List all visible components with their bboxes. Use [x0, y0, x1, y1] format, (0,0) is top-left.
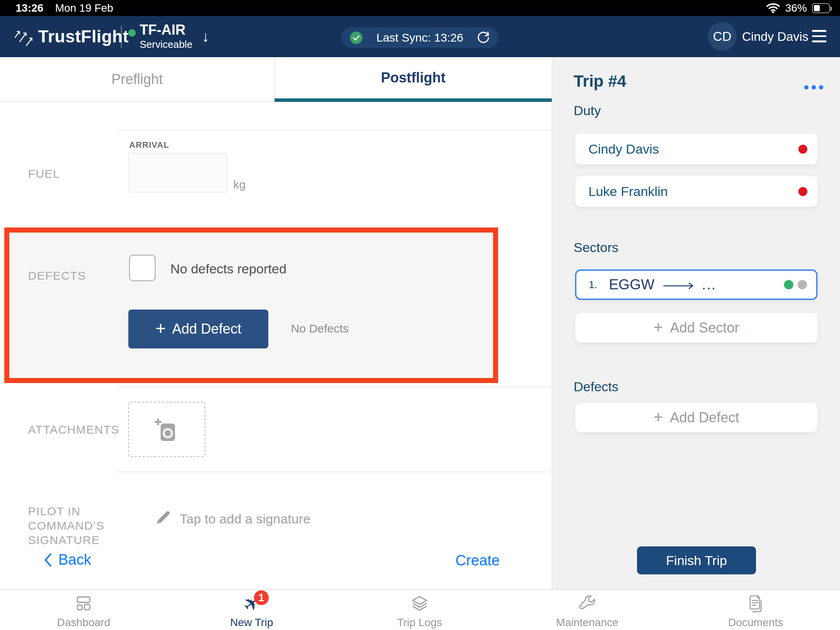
- sectors-heading: Sectors: [574, 240, 618, 255]
- no-defects-empty-text: No Defects: [291, 322, 348, 335]
- sync-status-pill[interactable]: Last Sync: 13:26: [341, 27, 499, 48]
- plus-icon: +: [653, 408, 663, 427]
- header-divider: [121, 26, 122, 48]
- sector-status-green-icon: [784, 280, 793, 289]
- trustflight-logo-icon: [14, 26, 37, 47]
- defects-heading: Defects: [574, 379, 618, 394]
- pencil-icon: [155, 509, 171, 526]
- arrival-column-label: ARRIVAL: [129, 140, 169, 150]
- app-header: TrustFlight TF-AIR Serviceable ↓ Last Sy…: [0, 16, 840, 57]
- status-time: 13:26: [16, 2, 44, 14]
- tabbar-item-dashboard[interactable]: Dashboard: [45, 593, 122, 629]
- back-link[interactable]: Back: [44, 551, 91, 568]
- wrench-icon: [578, 595, 597, 613]
- battery-icon: [812, 3, 830, 13]
- duty-heading: Duty: [574, 103, 601, 118]
- last-sync-label: Last Sync: 13:26: [363, 31, 477, 44]
- no-defects-checkbox[interactable]: [129, 255, 156, 281]
- plus-icon: +: [156, 318, 166, 339]
- defects-section: DEFECTS: [9, 233, 493, 378]
- no-defects-checkbox-label: No defects reported: [170, 261, 287, 276]
- sector-row[interactable]: 1. EGGW ...: [575, 270, 817, 300]
- trip-title: Trip #4: [574, 72, 626, 91]
- add-defect-button[interactable]: + Add Defect: [128, 310, 268, 348]
- defects-section-label: DEFECTS: [28, 269, 86, 282]
- user-name: Cindy Davis: [742, 16, 808, 57]
- add-sector-button[interactable]: + Add Sector: [575, 313, 817, 343]
- tab-postflight[interactable]: Postflight: [275, 57, 552, 102]
- layers-icon: [410, 595, 429, 613]
- aircraft-selector[interactable]: TF-AIR Serviceable ↓: [128, 21, 209, 50]
- duty-crew-row[interactable]: Luke Franklin: [575, 176, 817, 207]
- bottom-tab-bar: Dashboard ✈ 1 New Trip Trip Logs Mainten…: [0, 590, 840, 630]
- postflight-form: FUEL ARRIVAL kg DEFECTS No defects repor…: [0, 102, 552, 590]
- documents-icon: [747, 594, 765, 614]
- user-initials: CD: [713, 29, 732, 44]
- plus-icon: +: [653, 318, 663, 337]
- status-bar: 13:26 Mon 19 Feb 36%: [0, 0, 840, 16]
- brand-name: TrustFlight: [38, 16, 129, 57]
- aircraft-name: TF-AIR: [140, 21, 192, 38]
- attachments-section-label: ATTACHMENTS: [28, 423, 119, 436]
- duty-status-red-icon: [798, 145, 807, 154]
- refresh-icon[interactable]: [477, 31, 490, 44]
- panel-add-defect-button[interactable]: + Add Defect: [575, 403, 817, 432]
- divider: [117, 472, 552, 472]
- fuel-arrival-input[interactable]: [128, 153, 228, 192]
- divider: [117, 387, 552, 387]
- chevron-left-icon: [44, 553, 52, 567]
- camera-add-icon: [154, 416, 179, 442]
- flight-phase-tabs: Preflight Postflight: [0, 57, 552, 102]
- tabbar-item-trip-logs[interactable]: Trip Logs: [381, 593, 458, 629]
- wifi-icon: [766, 3, 780, 13]
- aircraft-status: Serviceable: [140, 38, 192, 50]
- tab-preflight[interactable]: Preflight: [0, 57, 275, 102]
- route-arrow-icon: [662, 281, 695, 291]
- add-attachment-button[interactable]: [128, 402, 205, 457]
- tabbar-item-documents[interactable]: Documents: [717, 593, 794, 629]
- trip-panel: Trip #4 Duty Cindy Davis Luke Franklin S…: [552, 57, 840, 590]
- aircraft-serviceable-dot: [128, 29, 136, 37]
- menu-icon[interactable]: [812, 30, 826, 42]
- sector-status-gray-icon: [798, 280, 807, 289]
- status-date: Mon 19 Feb: [55, 2, 113, 14]
- signature-tap-area[interactable]: Tap to add a signature: [180, 511, 310, 527]
- new-trip-badge: 1: [254, 590, 269, 605]
- tabbar-item-new-trip[interactable]: ✈ 1 New Trip: [213, 593, 290, 629]
- aircraft-dropdown-arrow-icon: ↓: [202, 28, 209, 45]
- battery-percent: 36%: [785, 2, 807, 14]
- pilot-signature-label: PILOT IN COMMAND’S SIGNATURE: [28, 504, 119, 547]
- divider: [117, 130, 552, 130]
- trip-options-icon[interactable]: [804, 85, 823, 89]
- user-avatar[interactable]: CD: [708, 22, 737, 51]
- fuel-section-label: FUEL: [28, 167, 60, 180]
- dashboard-icon: [74, 595, 93, 612]
- duty-status-red-icon: [798, 187, 807, 196]
- fuel-unit-label: kg: [233, 178, 246, 191]
- create-button[interactable]: Create: [455, 552, 500, 569]
- sync-ok-icon: [350, 31, 363, 44]
- duty-crew-row[interactable]: Cindy Davis: [575, 133, 817, 164]
- finish-trip-button[interactable]: Finish Trip: [637, 546, 756, 574]
- tabbar-item-maintenance[interactable]: Maintenance: [548, 593, 626, 629]
